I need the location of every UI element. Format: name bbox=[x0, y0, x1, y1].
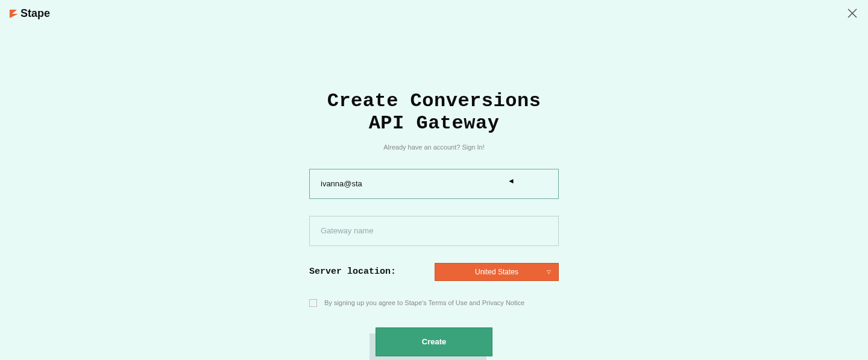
server-location-row: Server location: United States ▽ bbox=[309, 263, 559, 281]
brand-name: Stape bbox=[20, 7, 50, 20]
page-title: Create Conversions API Gateway bbox=[309, 90, 559, 135]
chevron-down-icon: ▽ bbox=[547, 269, 551, 275]
signup-form: Create Conversions API Gateway Already h… bbox=[309, 90, 559, 356]
signin-prompt-text: Already have an account? bbox=[383, 144, 462, 151]
terms-checkbox[interactable] bbox=[309, 299, 317, 307]
signin-link[interactable]: Sign In! bbox=[462, 144, 484, 151]
brand-logo: Stape bbox=[8, 7, 50, 20]
close-button[interactable] bbox=[845, 6, 860, 21]
create-button[interactable]: Create bbox=[376, 327, 492, 356]
terms-text: By signing up you agree to Stape's Terms… bbox=[324, 299, 524, 306]
gateway-name-field[interactable] bbox=[309, 216, 559, 246]
server-location-value: United States bbox=[475, 268, 518, 276]
server-location-label: Server location: bbox=[309, 267, 396, 277]
terms-row: By signing up you agree to Stape's Terms… bbox=[309, 299, 559, 307]
title-line-1: Create Conversions bbox=[327, 90, 541, 112]
brand-logo-icon bbox=[8, 8, 19, 19]
close-icon bbox=[845, 6, 860, 21]
signin-prompt: Already have an account? Sign In! bbox=[309, 144, 559, 151]
server-location-select[interactable]: United States ▽ bbox=[435, 263, 559, 281]
email-field[interactable] bbox=[309, 169, 559, 199]
title-line-2: API Gateway bbox=[369, 112, 500, 134]
